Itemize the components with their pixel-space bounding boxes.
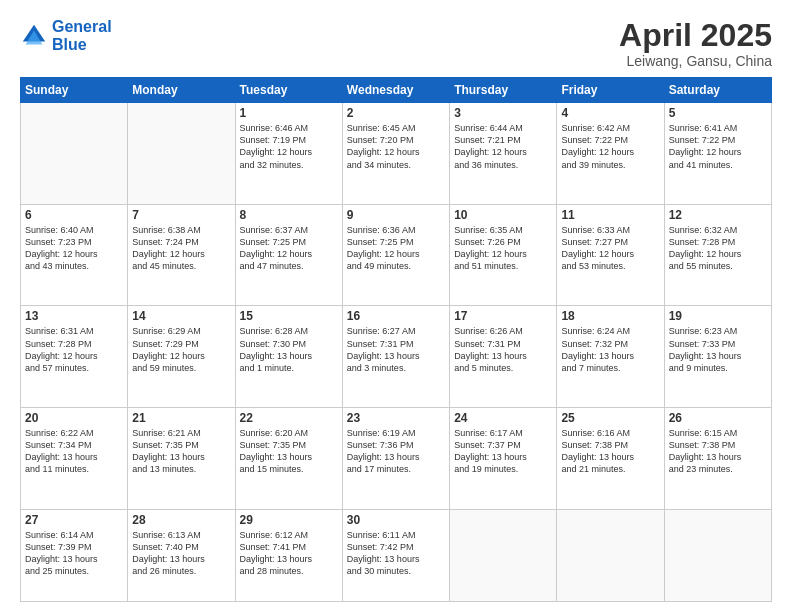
day-info: Sunrise: 6:28 AM Sunset: 7:30 PM Dayligh… <box>240 325 338 374</box>
day-number: 17 <box>454 309 552 323</box>
day-number: 14 <box>132 309 230 323</box>
table-row <box>21 103 128 205</box>
logo-icon <box>20 22 48 50</box>
day-info: Sunrise: 6:23 AM Sunset: 7:33 PM Dayligh… <box>669 325 767 374</box>
title-block: April 2025 Leiwang, Gansu, China <box>619 18 772 69</box>
day-number: 1 <box>240 106 338 120</box>
month-title: April 2025 <box>619 18 772 53</box>
col-monday: Monday <box>128 78 235 103</box>
day-info: Sunrise: 6:16 AM Sunset: 7:38 PM Dayligh… <box>561 427 659 476</box>
day-info: Sunrise: 6:19 AM Sunset: 7:36 PM Dayligh… <box>347 427 445 476</box>
day-number: 5 <box>669 106 767 120</box>
day-info: Sunrise: 6:44 AM Sunset: 7:21 PM Dayligh… <box>454 122 552 171</box>
day-info: Sunrise: 6:22 AM Sunset: 7:34 PM Dayligh… <box>25 427 123 476</box>
table-row: 10Sunrise: 6:35 AM Sunset: 7:26 PM Dayli… <box>450 204 557 306</box>
day-number: 28 <box>132 513 230 527</box>
day-number: 22 <box>240 411 338 425</box>
calendar-week-row: 13Sunrise: 6:31 AM Sunset: 7:28 PM Dayli… <box>21 306 772 408</box>
table-row: 20Sunrise: 6:22 AM Sunset: 7:34 PM Dayli… <box>21 408 128 510</box>
day-number: 6 <box>25 208 123 222</box>
day-info: Sunrise: 6:41 AM Sunset: 7:22 PM Dayligh… <box>669 122 767 171</box>
table-row: 9Sunrise: 6:36 AM Sunset: 7:25 PM Daylig… <box>342 204 449 306</box>
calendar-week-row: 6Sunrise: 6:40 AM Sunset: 7:23 PM Daylig… <box>21 204 772 306</box>
day-number: 4 <box>561 106 659 120</box>
table-row: 23Sunrise: 6:19 AM Sunset: 7:36 PM Dayli… <box>342 408 449 510</box>
table-row: 21Sunrise: 6:21 AM Sunset: 7:35 PM Dayli… <box>128 408 235 510</box>
day-number: 16 <box>347 309 445 323</box>
calendar-table: Sunday Monday Tuesday Wednesday Thursday… <box>20 77 772 602</box>
day-info: Sunrise: 6:17 AM Sunset: 7:37 PM Dayligh… <box>454 427 552 476</box>
day-number: 10 <box>454 208 552 222</box>
table-row: 17Sunrise: 6:26 AM Sunset: 7:31 PM Dayli… <box>450 306 557 408</box>
table-row: 19Sunrise: 6:23 AM Sunset: 7:33 PM Dayli… <box>664 306 771 408</box>
day-number: 27 <box>25 513 123 527</box>
table-row: 22Sunrise: 6:20 AM Sunset: 7:35 PM Dayli… <box>235 408 342 510</box>
day-info: Sunrise: 6:26 AM Sunset: 7:31 PM Dayligh… <box>454 325 552 374</box>
table-row: 18Sunrise: 6:24 AM Sunset: 7:32 PM Dayli… <box>557 306 664 408</box>
table-row: 3Sunrise: 6:44 AM Sunset: 7:21 PM Daylig… <box>450 103 557 205</box>
day-number: 15 <box>240 309 338 323</box>
day-info: Sunrise: 6:13 AM Sunset: 7:40 PM Dayligh… <box>132 529 230 578</box>
table-row <box>557 509 664 601</box>
header: General Blue April 2025 Leiwang, Gansu, … <box>20 18 772 69</box>
day-number: 3 <box>454 106 552 120</box>
day-number: 23 <box>347 411 445 425</box>
logo: General Blue <box>20 18 112 53</box>
day-info: Sunrise: 6:29 AM Sunset: 7:29 PM Dayligh… <box>132 325 230 374</box>
table-row: 7Sunrise: 6:38 AM Sunset: 7:24 PM Daylig… <box>128 204 235 306</box>
table-row: 30Sunrise: 6:11 AM Sunset: 7:42 PM Dayli… <box>342 509 449 601</box>
table-row: 27Sunrise: 6:14 AM Sunset: 7:39 PM Dayli… <box>21 509 128 601</box>
day-info: Sunrise: 6:35 AM Sunset: 7:26 PM Dayligh… <box>454 224 552 273</box>
calendar-header-row: Sunday Monday Tuesday Wednesday Thursday… <box>21 78 772 103</box>
table-row: 12Sunrise: 6:32 AM Sunset: 7:28 PM Dayli… <box>664 204 771 306</box>
table-row: 8Sunrise: 6:37 AM Sunset: 7:25 PM Daylig… <box>235 204 342 306</box>
day-info: Sunrise: 6:37 AM Sunset: 7:25 PM Dayligh… <box>240 224 338 273</box>
table-row <box>664 509 771 601</box>
day-number: 12 <box>669 208 767 222</box>
page: General Blue April 2025 Leiwang, Gansu, … <box>0 0 792 612</box>
day-number: 7 <box>132 208 230 222</box>
day-number: 11 <box>561 208 659 222</box>
day-number: 8 <box>240 208 338 222</box>
col-wednesday: Wednesday <box>342 78 449 103</box>
table-row <box>128 103 235 205</box>
table-row <box>450 509 557 601</box>
day-number: 29 <box>240 513 338 527</box>
table-row: 4Sunrise: 6:42 AM Sunset: 7:22 PM Daylig… <box>557 103 664 205</box>
table-row: 29Sunrise: 6:12 AM Sunset: 7:41 PM Dayli… <box>235 509 342 601</box>
day-number: 13 <box>25 309 123 323</box>
day-info: Sunrise: 6:46 AM Sunset: 7:19 PM Dayligh… <box>240 122 338 171</box>
day-number: 25 <box>561 411 659 425</box>
day-info: Sunrise: 6:11 AM Sunset: 7:42 PM Dayligh… <box>347 529 445 578</box>
table-row: 28Sunrise: 6:13 AM Sunset: 7:40 PM Dayli… <box>128 509 235 601</box>
day-number: 26 <box>669 411 767 425</box>
table-row: 1Sunrise: 6:46 AM Sunset: 7:19 PM Daylig… <box>235 103 342 205</box>
col-saturday: Saturday <box>664 78 771 103</box>
day-info: Sunrise: 6:33 AM Sunset: 7:27 PM Dayligh… <box>561 224 659 273</box>
day-info: Sunrise: 6:36 AM Sunset: 7:25 PM Dayligh… <box>347 224 445 273</box>
day-info: Sunrise: 6:31 AM Sunset: 7:28 PM Dayligh… <box>25 325 123 374</box>
day-info: Sunrise: 6:21 AM Sunset: 7:35 PM Dayligh… <box>132 427 230 476</box>
table-row: 26Sunrise: 6:15 AM Sunset: 7:38 PM Dayli… <box>664 408 771 510</box>
day-number: 9 <box>347 208 445 222</box>
table-row: 16Sunrise: 6:27 AM Sunset: 7:31 PM Dayli… <box>342 306 449 408</box>
day-info: Sunrise: 6:12 AM Sunset: 7:41 PM Dayligh… <box>240 529 338 578</box>
day-number: 21 <box>132 411 230 425</box>
location: Leiwang, Gansu, China <box>619 53 772 69</box>
calendar-week-row: 20Sunrise: 6:22 AM Sunset: 7:34 PM Dayli… <box>21 408 772 510</box>
day-number: 30 <box>347 513 445 527</box>
table-row: 13Sunrise: 6:31 AM Sunset: 7:28 PM Dayli… <box>21 306 128 408</box>
col-sunday: Sunday <box>21 78 128 103</box>
day-info: Sunrise: 6:40 AM Sunset: 7:23 PM Dayligh… <box>25 224 123 273</box>
day-number: 19 <box>669 309 767 323</box>
table-row: 2Sunrise: 6:45 AM Sunset: 7:20 PM Daylig… <box>342 103 449 205</box>
day-info: Sunrise: 6:45 AM Sunset: 7:20 PM Dayligh… <box>347 122 445 171</box>
day-info: Sunrise: 6:27 AM Sunset: 7:31 PM Dayligh… <box>347 325 445 374</box>
day-info: Sunrise: 6:14 AM Sunset: 7:39 PM Dayligh… <box>25 529 123 578</box>
day-number: 18 <box>561 309 659 323</box>
day-number: 2 <box>347 106 445 120</box>
col-thursday: Thursday <box>450 78 557 103</box>
table-row: 5Sunrise: 6:41 AM Sunset: 7:22 PM Daylig… <box>664 103 771 205</box>
day-number: 20 <box>25 411 123 425</box>
logo-text: General Blue <box>52 18 112 53</box>
